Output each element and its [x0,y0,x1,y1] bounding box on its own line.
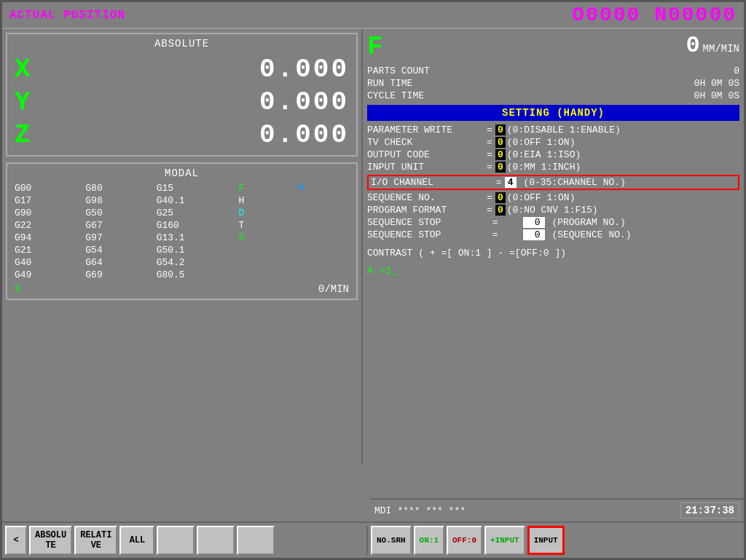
modal-g17: G17 [15,195,76,206]
modal-g805: G80.5 [157,269,230,280]
param-seqno-value: 0 [495,192,506,203]
screen: ACTUAL POSITION O0000 N00000 ABSOLUTE X … [0,0,746,560]
setting-header: SETTING (HANDY) [367,105,739,121]
param-write-label: PARAMETER WRITE [367,125,484,135]
axis-x-label: X [15,55,58,84]
param-tvcheck-value: 0 [495,137,506,148]
parts-count-value: 0 [734,66,739,76]
seq-stop2-value: 0 [523,229,545,240]
status-stars: **** *** *** [397,505,466,516]
parts-count-label: PARTS COUNT [367,66,430,76]
modal-empty4 [298,232,349,243]
param-outputcode-row: OUTPUT CODE = 0 (0:EIA 1:ISO) [367,149,739,161]
f-value-box: 0 MM/MIN [686,32,739,59]
axis-y-label: Y [15,87,58,117]
cycle-time-label: CYCLE TIME [367,90,424,101]
seq-stop2-desc: (SEQUENCE NO.) [546,229,632,240]
modal-g64: G64 [85,257,147,268]
s-label: S [15,283,20,295]
seq-stop1-desc: (PROGRAM NO.) [546,217,626,228]
param-outputcode-desc: (0:EIA 1:ISO) [507,149,581,160]
param-outputcode-label: OUTPUT CODE [367,149,484,160]
modal-h: H [239,195,290,206]
modal-empty9 [239,269,290,280]
param-progformat-value: 0 [495,205,506,216]
modal-g542: G54.2 [157,257,230,268]
cycle-time-row: CYCLE TIME 0H 0M 0S [367,90,739,102]
prompt-text: A >1_ [367,265,398,277]
s-row: S 0/MIN [15,283,349,295]
param-inputunit-label: INPUT UNIT [367,162,484,173]
io-channel-value: 4 [505,177,517,188]
nosrh-button[interactable]: NO.SRH [371,526,412,555]
modal-g50: G50 [85,208,147,218]
f-row: F 0 MM/MIN [367,32,739,62]
param-inputunit-row: INPUT UNIT = 0 (0:MM 1:INCH) [367,161,739,173]
axis-z-row: Z 0.000 [15,119,349,151]
param-seqno-desc: (0:OFF 1:ON) [507,192,576,203]
modal-g15: G15 [157,183,230,194]
program-id: O0000 N00000 [572,4,737,26]
param-outputcode-value: 0 [495,149,506,160]
modal-g21: G21 [15,245,76,256]
param-tvcheck-row: TV CHECK = 0 (0:OFF 1:ON) [367,136,739,149]
param-progformat-row: PROGRAM FORMAT = 0 (0:NO CNV 1:F15) [367,204,739,216]
cycle-time-value: 0H 0M 0S [694,90,739,101]
top-bar: ACTUAL POSITION O0000 N00000 [2,2,744,29]
f-unit: MM/MIN [703,43,739,55]
param-progformat-desc: (0:NO CNV 1:F15) [507,205,598,216]
contrast-label: CONTRAST ( + =[ ON:1 ] - =[OFF:0 ]) [367,248,566,259]
run-time-row: RUN TIME 0H 0M 0S [367,77,739,90]
run-time-label: RUN TIME [367,78,412,89]
absolute-button[interactable]: ABSOLUTE [29,526,72,555]
prompt-row: A >1_ [367,264,739,278]
off0-button[interactable]: OFF:0 [447,526,482,555]
param-progformat-label: PROGRAM FORMAT [367,205,484,216]
modal-g54: G54 [85,245,147,256]
modal-empty1 [298,195,349,206]
left-buttons: < ABSOLUTE RELATIVE ALL [2,523,366,558]
empty-btn-3[interactable] [237,526,275,555]
modal-g501: G50.1 [157,245,230,256]
modal-empty5 [239,245,290,256]
modal-s: S [239,232,290,243]
modal-empty7 [239,257,290,268]
contrast-row: CONTRAST ( + =[ ON:1 ] - =[OFF:0 ]) [367,247,739,259]
empty-btn-1[interactable] [157,526,195,555]
left-panel: ABSOLUTE X 0.000 Y 0.000 Z 0.000 MODAL [2,29,363,464]
on1-button[interactable]: ON:1 [414,526,444,555]
modal-g25: G25 [157,208,230,218]
modal-g98: G98 [85,195,147,206]
modal-g40: G40 [15,257,76,268]
modal-g69: G69 [85,269,147,280]
axis-z-label: Z [15,120,58,150]
modal-g49: G49 [15,269,76,280]
absolute-section: ABSOLUTE X 0.000 Y 0.000 Z 0.000 [6,33,358,157]
param-write-value: 0 [495,125,506,135]
modal-g90: G90 [15,208,76,218]
axis-y-row: Y 0.000 [15,86,349,119]
empty-btn-2[interactable] [197,526,235,555]
axis-z-value: 0.000 [259,120,349,150]
input-button[interactable]: INPUT [527,526,565,555]
modal-section: MODAL G00 G80 G15 F M G17 G98 G40.1 H G9… [6,162,358,300]
right-buttons: NO.SRH ON:1 OFF:0 +INPUT INPUT [368,523,744,558]
all-button[interactable]: ALL [119,526,154,555]
param-tvcheck-desc: (0:OFF 1:ON) [507,137,576,148]
modal-empty2 [298,208,349,218]
modal-g131: G13.1 [157,232,230,243]
modal-f: F [239,183,290,194]
param-write-desc: (0:DISABLE 1:ENABLE) [507,125,621,135]
modal-g00: G00 [15,183,76,194]
modal-t: T [239,220,290,231]
io-channel-row[interactable]: I/O CHANNEL = 4 (0-35:CHANNEL NO.) [367,175,739,190]
seq-stop1-value: 0 [523,217,545,228]
relative-button[interactable]: RELATIVE [74,526,117,555]
param-seqno-label: SEQUENCE NO. [367,192,484,203]
param-tvcheck-label: TV CHECK [367,137,484,148]
prev-button[interactable]: < [5,526,27,555]
modal-grid: G00 G80 G15 F M G17 G98 G40.1 H G90 G50 … [15,183,349,280]
modal-title: MODAL [15,167,349,179]
axis-y-value: 0.000 [259,87,349,117]
plus-input-button[interactable]: +INPUT [484,526,525,555]
